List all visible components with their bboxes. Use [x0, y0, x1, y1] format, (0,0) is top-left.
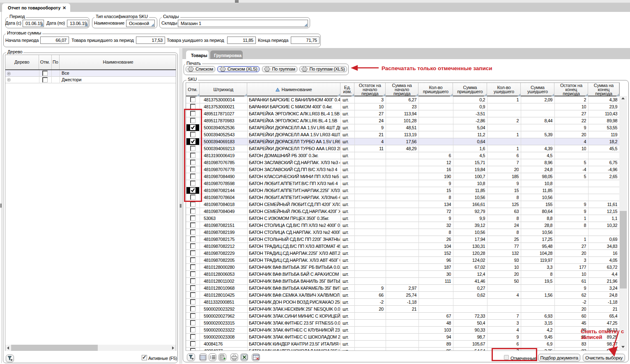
svg-text:2: 2: [210, 357, 211, 359]
